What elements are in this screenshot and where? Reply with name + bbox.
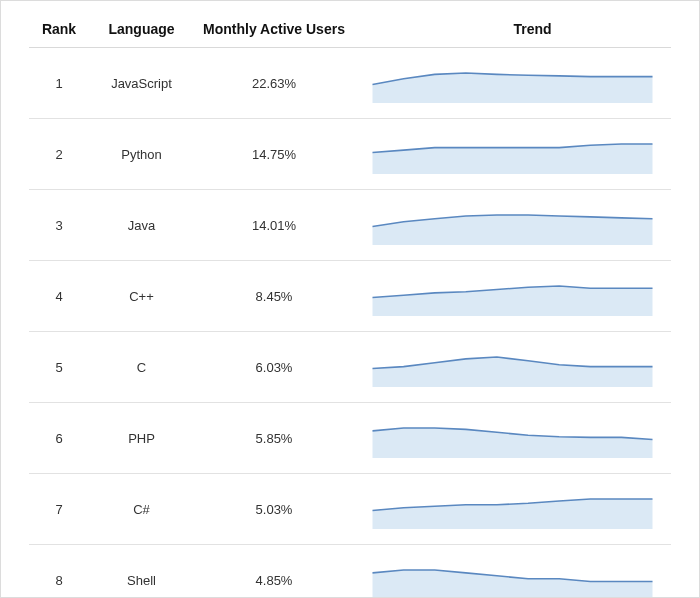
cell-mau: 4.85%: [194, 545, 354, 599]
cell-language: C: [89, 332, 194, 403]
header-language: Language: [89, 15, 194, 48]
table-row: 2Python14.75%: [29, 119, 671, 190]
cell-language: C#: [89, 474, 194, 545]
cell-language: Python: [89, 119, 194, 190]
cell-trend: [354, 48, 671, 119]
table-row: 6PHP5.85%: [29, 403, 671, 474]
cell-trend: [354, 119, 671, 190]
cell-rank: 7: [29, 474, 89, 545]
table-row: 3Java14.01%: [29, 190, 671, 261]
sparkline-chart: [362, 209, 663, 245]
cell-mau: 5.03%: [194, 474, 354, 545]
sparkline-chart: [362, 280, 663, 316]
sparkline-chart: [362, 67, 663, 103]
table-row: 7C#5.03%: [29, 474, 671, 545]
cell-mau: 5.85%: [194, 403, 354, 474]
cell-trend: [354, 332, 671, 403]
ranking-table: Rank Language Monthly Active Users Trend…: [29, 15, 671, 598]
sparkline-chart: [362, 351, 663, 387]
cell-rank: 6: [29, 403, 89, 474]
cell-rank: 5: [29, 332, 89, 403]
table-row: 5C6.03%: [29, 332, 671, 403]
sparkline-chart: [362, 138, 663, 174]
header-trend: Trend: [354, 15, 671, 48]
cell-rank: 8: [29, 545, 89, 599]
cell-mau: 14.75%: [194, 119, 354, 190]
sparkline-chart: [362, 564, 663, 598]
table-row: 8Shell4.85%: [29, 545, 671, 599]
cell-rank: 4: [29, 261, 89, 332]
cell-mau: 14.01%: [194, 190, 354, 261]
cell-trend: [354, 261, 671, 332]
cell-rank: 2: [29, 119, 89, 190]
table-row: 4C++8.45%: [29, 261, 671, 332]
cell-mau: 6.03%: [194, 332, 354, 403]
ranking-table-container: Rank Language Monthly Active Users Trend…: [0, 0, 700, 598]
sparkline-chart: [362, 422, 663, 458]
table-row: 1JavaScript22.63%: [29, 48, 671, 119]
cell-language: C++: [89, 261, 194, 332]
cell-trend: [354, 545, 671, 599]
cell-language: Java: [89, 190, 194, 261]
sparkline-chart: [362, 493, 663, 529]
cell-trend: [354, 190, 671, 261]
header-row: Rank Language Monthly Active Users Trend: [29, 15, 671, 48]
cell-trend: [354, 474, 671, 545]
cell-mau: 22.63%: [194, 48, 354, 119]
cell-rank: 1: [29, 48, 89, 119]
header-mau: Monthly Active Users: [194, 15, 354, 48]
cell-rank: 3: [29, 190, 89, 261]
header-rank: Rank: [29, 15, 89, 48]
cell-language: Shell: [89, 545, 194, 599]
cell-trend: [354, 403, 671, 474]
cell-mau: 8.45%: [194, 261, 354, 332]
cell-language: PHP: [89, 403, 194, 474]
cell-language: JavaScript: [89, 48, 194, 119]
